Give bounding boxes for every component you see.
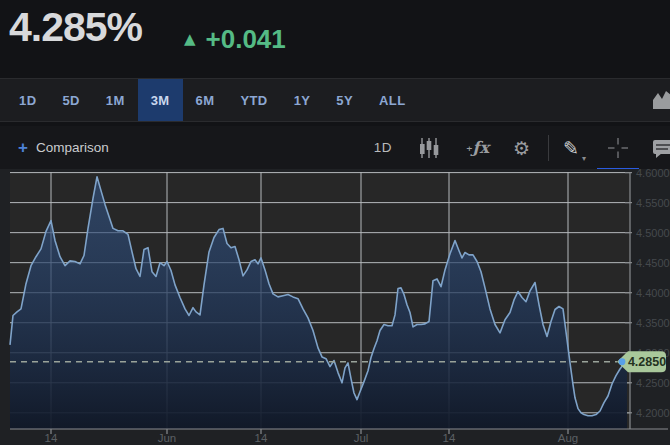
change-value: +0.041 — [206, 24, 286, 55]
chart-toolbar: + Comparison 1D +ƒx ⚙ ✎ — [0, 126, 670, 169]
settings-gear-icon[interactable]: ⚙ — [513, 137, 530, 159]
area-chart-canvas[interactable]: 4.60004.55004.50004.45004.40004.35004.30… — [0, 169, 670, 445]
crosshair-tool-icon[interactable] — [607, 137, 629, 159]
pencil-dropdown-caret: ▾ — [582, 154, 586, 163]
price-chart[interactable]: 4.60004.55004.50004.45004.40004.35004.30… — [0, 169, 670, 445]
range-all[interactable]: ALL — [366, 79, 418, 121]
annotation-bubble-icon[interactable] — [651, 137, 670, 159]
range-5y[interactable]: 5Y — [323, 79, 366, 121]
y-axis-label: 4.6000 — [636, 169, 670, 179]
current-price-badge-label: 4.2850 — [628, 355, 666, 369]
candlestick-chart-icon[interactable] — [418, 137, 440, 159]
y-axis-label: 4.3500 — [636, 317, 670, 329]
y-axis-label: 4.4500 — [636, 257, 670, 269]
range-5d[interactable]: 5D — [49, 79, 92, 121]
x-axis-label: Jul — [354, 432, 369, 444]
plus-icon: + — [18, 139, 28, 156]
toolbar-divider — [548, 135, 549, 161]
last-price: 4.285% — [9, 4, 142, 51]
quote-header: 4.285% ▲ +0.041 — [0, 0, 670, 78]
y-axis-label: 4.2500 — [636, 377, 670, 389]
range-6m[interactable]: 6M — [183, 79, 228, 121]
indicators-fx-icon[interactable]: +ƒx — [466, 138, 489, 157]
y-axis-label: 4.5500 — [636, 197, 670, 209]
range-1d[interactable]: 1D — [6, 79, 49, 121]
comparison-label: Comparison — [36, 140, 109, 155]
price-change: ▲ +0.041 — [184, 24, 286, 55]
range-1y[interactable]: 1Y — [281, 79, 324, 121]
y-axis-label: 4.5000 — [636, 227, 670, 239]
y-axis-label: 4.2000 — [636, 407, 670, 419]
range-1m[interactable]: 1M — [93, 79, 138, 121]
series-end-dot — [619, 358, 626, 365]
x-axis-label: 14 — [255, 432, 268, 444]
range-ytd[interactable]: YTD — [227, 79, 280, 121]
area-chart-icon[interactable] — [650, 88, 670, 114]
add-comparison-button[interactable]: + Comparison — [18, 139, 109, 156]
range-3m-selected[interactable]: 3M — [138, 79, 183, 121]
x-axis-label: Jun — [158, 432, 177, 444]
x-axis-label: Aug — [558, 432, 578, 444]
y-axis-label: 4.4000 — [636, 287, 670, 299]
x-axis-label: 14 — [443, 432, 456, 444]
interval-selector[interactable]: 1D — [374, 140, 392, 155]
range-selector-bar: 1D 5D 1M 3M 6M YTD 1Y 5Y ALL — [0, 78, 670, 122]
quote-chart-window: 4.285% ▲ +0.041 1D 5D 1M 3M 6M YTD 1Y 5Y… — [0, 0, 670, 445]
x-axis-label: 14 — [45, 432, 58, 444]
draw-pencil-icon[interactable]: ✎ ▾ — [563, 137, 579, 159]
up-triangle-icon: ▲ — [184, 32, 196, 47]
fx-superscript: + — [466, 143, 473, 153]
